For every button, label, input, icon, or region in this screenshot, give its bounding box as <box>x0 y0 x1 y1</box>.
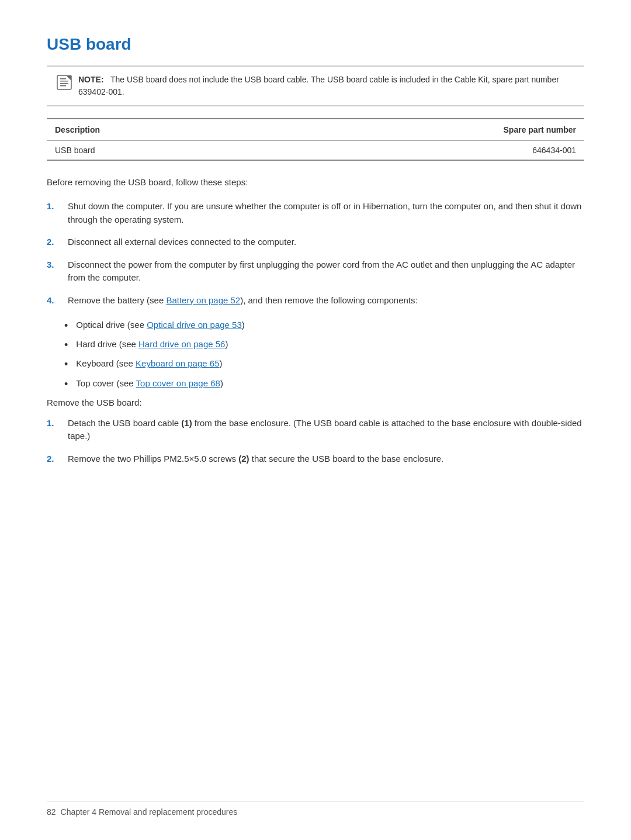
note-content: The USB board does not include the USB b… <box>78 75 559 96</box>
col-description: Description <box>47 119 266 141</box>
note-icon <box>56 74 72 91</box>
list-item: 3. Disconnect the power from the compute… <box>47 258 584 285</box>
page-footer: 82 Chapter 4 Removal and replacement pro… <box>47 801 584 817</box>
note-label: NOTE: <box>78 75 104 84</box>
step-content: Remove the two Phillips PM2.5×5.0 screws… <box>68 452 584 466</box>
note-box: NOTE: The USB board does not include the… <box>47 65 584 106</box>
bullet-dot: • <box>64 377 68 392</box>
svg-rect-1 <box>60 78 66 79</box>
list-item: • Keyboard (see Keyboard on page 65) <box>64 357 584 372</box>
remove-section-label: Remove the USB board: <box>47 397 584 407</box>
hard-drive-link[interactable]: Hard drive on page 56 <box>138 339 225 349</box>
bullet-content: Hard drive (see Hard drive on page 56) <box>76 338 228 351</box>
step-number: 1. <box>47 200 68 213</box>
bullet-dot: • <box>64 319 68 333</box>
note-text: NOTE: The USB board does not include the… <box>78 74 575 98</box>
optical-drive-link[interactable]: Optical drive on page 53 <box>147 320 242 330</box>
table-cell-description: USB board <box>47 141 266 161</box>
keyboard-link[interactable]: Keyboard on page 65 <box>136 358 219 368</box>
step-content: Disconnect the power from the computer b… <box>68 258 584 285</box>
list-item: 4. Remove the battery (see Battery on pa… <box>47 294 584 307</box>
step-number: 2. <box>47 236 68 249</box>
bullet-content: Keyboard (see Keyboard on page 65) <box>76 357 222 371</box>
bullet-dot: • <box>64 338 68 352</box>
svg-rect-2 <box>60 81 68 82</box>
bullet-content: Optical drive (see Optical drive on page… <box>76 319 245 332</box>
bullet-content: Top cover (see Top cover on page 68) <box>76 377 223 390</box>
step-content: Disconnect all external devices connecte… <box>68 236 584 249</box>
top-cover-link[interactable]: Top cover on page 68 <box>136 378 220 388</box>
list-item: 1. Detach the USB board cable (1) from t… <box>47 417 584 443</box>
list-item: • Hard drive (see Hard drive on page 56) <box>64 338 584 352</box>
list-item: 2. Disconnect all external devices conne… <box>47 236 584 249</box>
list-item: 1. Shut down the computer. If you are un… <box>47 200 584 226</box>
step-number: 2. <box>47 452 68 466</box>
prereq-steps-list: 1. Shut down the computer. If you are un… <box>47 200 584 307</box>
step-number: 3. <box>47 258 68 272</box>
step-number: 4. <box>47 294 68 307</box>
table-cell-part-number: 646434-001 <box>266 141 584 161</box>
component-list: • Optical drive (see Optical drive on pa… <box>64 319 584 392</box>
step-bold-ref: (2) <box>238 454 249 464</box>
step-content: Shut down the computer. If you are unsur… <box>68 200 584 226</box>
col-spare-part: Spare part number <box>266 119 584 141</box>
page-title: USB board <box>47 35 584 54</box>
list-item: • Optical drive (see Optical drive on pa… <box>64 319 584 333</box>
step-bold-ref: (1) <box>181 418 192 428</box>
table-row: USB board 646434-001 <box>47 141 584 161</box>
parts-table: Description Spare part number USB board … <box>47 118 584 161</box>
list-item: 2. Remove the two Phillips PM2.5×5.0 scr… <box>47 452 584 466</box>
remove-steps-list: 1. Detach the USB board cable (1) from t… <box>47 417 584 466</box>
step-content: Detach the USB board cable (1) from the … <box>68 417 584 443</box>
footer-page-number: 82 <box>47 807 56 817</box>
step-number: 1. <box>47 417 68 430</box>
svg-rect-4 <box>60 85 66 87</box>
list-item: • Top cover (see Top cover on page 68) <box>64 377 584 392</box>
svg-rect-3 <box>60 83 68 84</box>
battery-link[interactable]: Battery on page 52 <box>166 295 240 305</box>
table-header-row: Description Spare part number <box>47 119 584 141</box>
step-content-with-link: Remove the battery (see Battery on page … <box>68 294 584 307</box>
bullet-dot: • <box>64 357 68 372</box>
intro-text: Before removing the USB board, follow th… <box>47 177 584 187</box>
footer-chapter-text: Chapter 4 Removal and replacement proced… <box>61 807 238 817</box>
